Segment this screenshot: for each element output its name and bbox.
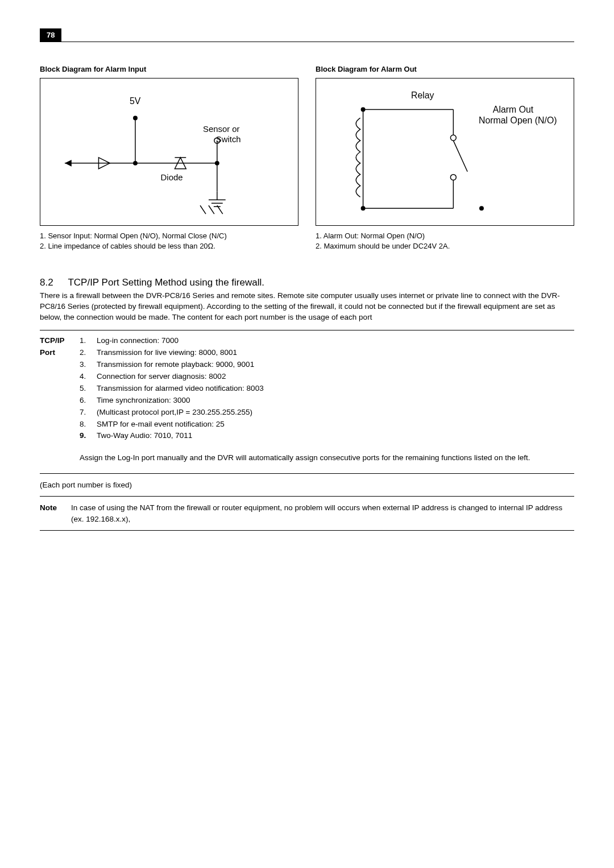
port-item: 7.(Multicast protocol port,IP = 230.255.… [80, 407, 574, 419]
svg-marker-4 [65, 160, 72, 167]
port-label: TCP/IP Port [40, 335, 80, 464]
port-item: 4.Connection for server diagnosis: 8002 [80, 371, 574, 383]
alarm-out-caption-2: 2. Maximum should be under DC24V 2A. [316, 241, 574, 251]
port-list: 1.Log-in connection: 70002.Transmission … [80, 335, 574, 464]
diagram-columns: Block Diagram for Alarm Input 5V Diode S… [40, 65, 574, 251]
port-item: 2.Transmission for live viewing: 8000, 8… [80, 347, 574, 359]
page-header: 78 [40, 28, 574, 42]
note-text: In case of using the NAT from the firewa… [71, 502, 574, 524]
alarm-out-diagram: Relay Alarm Out Normal Open (N/O) [316, 78, 574, 226]
divider [40, 330, 574, 330]
divider [40, 473, 574, 474]
section-title-text: TCP/IP Port Setting Method using the fir… [68, 277, 264, 288]
svg-point-13 [215, 161, 219, 166]
alarm-out-column: Block Diagram for Alarm Out Relay Alarm … [316, 65, 574, 251]
intro-paragraph: There is a firewall between the DVR-PC8/… [40, 291, 574, 323]
section-heading: 8.2 TCP/IP Port Setting Method using the… [40, 277, 574, 288]
port-item: 8.SMTP for e-mail event notification: 25 [80, 419, 574, 431]
svg-point-33 [450, 175, 456, 180]
header-rule [40, 42, 574, 42]
alarm-input-diagram: 5V Diode Sensor or Switch [40, 78, 298, 226]
port-assign-note: Assign the Log-In port manually and the … [80, 452, 574, 464]
port-item: 6.Time synchronization: 3000 [80, 395, 574, 407]
section-number: 8.2 [40, 277, 65, 288]
svg-line-32 [453, 140, 467, 172]
svg-line-20 [200, 205, 206, 214]
alarm-out-caption-1: 1. Alarm Out: Normal Open (N/O) [316, 231, 574, 241]
svg-text:Switch: Switch [216, 135, 241, 144]
page-number: 78 [40, 28, 61, 42]
port-item: 3.Transmission for remote playback: 9000… [80, 359, 574, 371]
alarm-out-title: Block Diagram for Alarm Out [316, 65, 574, 73]
svg-text:Relay: Relay [411, 90, 434, 100]
svg-text:5V: 5V [130, 96, 141, 106]
svg-text:Alarm Out: Alarm Out [493, 105, 534, 114]
svg-point-36 [479, 206, 484, 210]
port-item: 1.Log-in connection: 7000 [80, 335, 574, 347]
port-item: 5.Transmission for alarmed video notific… [80, 383, 574, 395]
alarm-input-caption-1: 1. Sensor Input: Normal Open (N/O), Norm… [40, 231, 298, 241]
svg-text:Normal Open (N/O): Normal Open (N/O) [479, 115, 557, 125]
divider [40, 496, 574, 497]
svg-point-31 [450, 135, 456, 140]
note-label: Note [40, 502, 71, 524]
svg-text:Diode: Diode [161, 173, 183, 182]
alarm-input-column: Block Diagram for Alarm Input 5V Diode S… [40, 65, 298, 251]
svg-text:Sensor or: Sensor or [203, 125, 240, 134]
tcp-ip-port-block: TCP/IP Port 1.Log-in connection: 70002.T… [40, 334, 574, 470]
alarm-input-title: Block Diagram for Alarm Input [40, 65, 298, 73]
svg-line-21 [209, 205, 214, 214]
divider [40, 530, 574, 531]
fixed-note: (Each port number is fixed) [40, 481, 574, 489]
alarm-input-caption-2: 2. Line impedance of cables should be le… [40, 241, 298, 251]
port-item: 9.Two-Way Audio: 7010, 7011 [80, 430, 574, 442]
note-row: Note In case of using the NAT from the f… [40, 500, 574, 527]
